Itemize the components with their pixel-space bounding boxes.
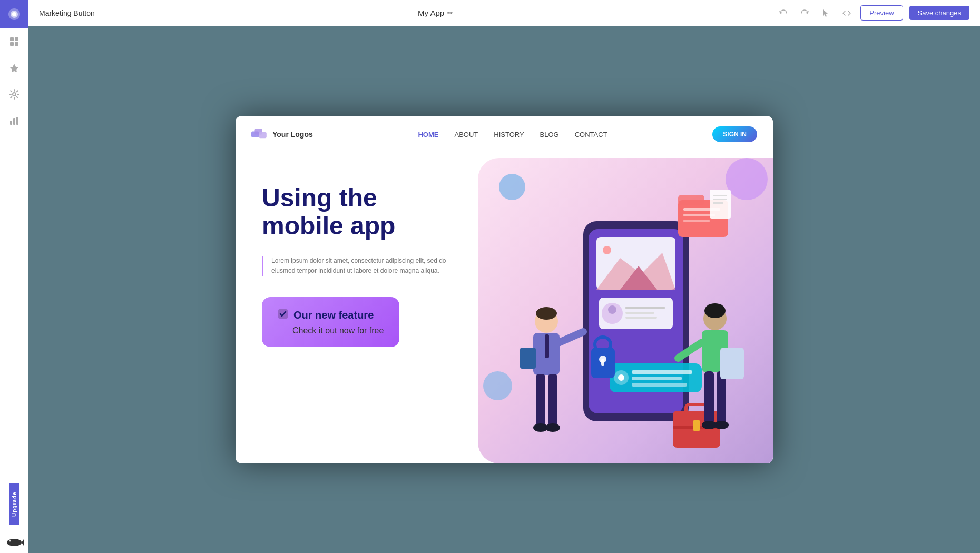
- svg-point-14: [9, 541, 11, 542]
- topbar: Marketing Button My App ✏: [28, 0, 980, 26]
- svg-rect-30: [625, 317, 657, 319]
- topbar-actions: Preview Save changes: [776, 5, 969, 21]
- frame-logo: Your Logos: [251, 129, 313, 140]
- app-logo[interactable]: [0, 0, 28, 28]
- svg-point-11: [7, 539, 22, 546]
- nav-blog[interactable]: BLOG: [540, 131, 559, 139]
- svg-marker-12: [22, 539, 24, 546]
- sidebar-bottom: Upgrade: [0, 483, 28, 553]
- sidebar: Upgrade: [0, 0, 28, 553]
- svg-rect-29: [625, 312, 654, 314]
- sidebar-item-pin[interactable]: [0, 55, 28, 81]
- save-button[interactable]: Save changes: [909, 6, 969, 20]
- cta-check-icon: [278, 309, 288, 322]
- svg-rect-39: [713, 202, 723, 204]
- svg-rect-28: [625, 307, 665, 309]
- signin-button[interactable]: SIGN IN: [712, 126, 757, 142]
- undo-button[interactable]: [776, 6, 791, 21]
- svg-rect-60: [548, 374, 557, 427]
- hero-illustration: [478, 153, 773, 463]
- frame-nav: HOME ABOUT HISTORY BLOG CONTACT: [313, 131, 713, 139]
- svg-rect-32: [678, 195, 704, 205]
- svg-point-71: [714, 421, 729, 429]
- svg-point-62: [545, 423, 560, 432]
- redo-button[interactable]: [797, 6, 812, 21]
- svg-point-42: [618, 374, 624, 381]
- cta-sub: Check it out now for free: [292, 326, 384, 335]
- svg-point-27: [608, 305, 616, 314]
- svg-rect-59: [536, 374, 545, 427]
- svg-rect-17: [259, 132, 266, 138]
- svg-rect-57: [545, 334, 549, 358]
- hero-body: Lorem ipsum dolor sit amet, consectetur …: [271, 256, 457, 276]
- svg-point-2: [12, 12, 16, 16]
- nav-contact[interactable]: CONTACT: [575, 131, 607, 139]
- svg-rect-72: [720, 348, 744, 379]
- svg-rect-35: [683, 220, 710, 222]
- svg-rect-44: [632, 377, 682, 380]
- sidebar-item-settings[interactable]: [0, 81, 28, 107]
- svg-rect-53: [693, 420, 700, 431]
- svg-point-65: [704, 303, 726, 318]
- preview-button[interactable]: Preview: [860, 5, 903, 21]
- svg-rect-10: [16, 117, 18, 125]
- svg-rect-3: [10, 37, 14, 41]
- svg-point-7: [13, 93, 16, 96]
- app-title: Marketing Button: [39, 9, 95, 17]
- app-name: My App: [418, 8, 444, 17]
- edit-icon[interactable]: ✏: [447, 9, 453, 17]
- svg-rect-68: [704, 371, 714, 424]
- svg-rect-4: [15, 37, 18, 41]
- hero-title: Using the mobile app: [262, 184, 457, 240]
- svg-point-24: [603, 246, 611, 254]
- svg-rect-51: [686, 404, 707, 415]
- svg-rect-37: [713, 195, 727, 196]
- svg-rect-38: [713, 199, 727, 200]
- nav-home[interactable]: HOME: [418, 131, 438, 139]
- main-content: Your Logos HOME ABOUT HISTORY BLOG CONTA…: [28, 26, 980, 553]
- sidebar-item-grid[interactable]: [0, 28, 28, 55]
- svg-rect-36: [710, 190, 731, 219]
- cta-headline: Our new feature: [293, 309, 374, 321]
- fish-icon: [0, 535, 28, 550]
- svg-rect-43: [632, 370, 692, 374]
- svg-rect-49: [601, 359, 604, 366]
- logo-text: Your Logos: [272, 130, 313, 139]
- upgrade-button[interactable]: Upgrade: [9, 483, 19, 525]
- nav-about[interactable]: ABOUT: [454, 131, 478, 139]
- svg-rect-6: [15, 42, 18, 46]
- svg-rect-9: [13, 118, 15, 125]
- svg-rect-8: [10, 121, 12, 125]
- cursor-icon[interactable]: [818, 6, 833, 21]
- hero-left: Using the mobile app Lorem ipsum dolor s…: [236, 153, 478, 463]
- frame-navbar: Your Logos HOME ABOUT HISTORY BLOG CONTA…: [236, 116, 773, 153]
- frame-hero: Using the mobile app Lorem ipsum dolor s…: [236, 153, 773, 463]
- svg-point-55: [536, 307, 557, 320]
- hero-quote-bar: Lorem ipsum dolor sit amet, consectetur …: [262, 256, 457, 276]
- cta-top: Our new feature: [278, 309, 384, 322]
- svg-rect-5: [10, 42, 14, 46]
- svg-rect-63: [520, 348, 536, 369]
- code-icon[interactable]: [839, 6, 854, 21]
- app-frame: Your Logos HOME ABOUT HISTORY BLOG CONTA…: [236, 116, 773, 463]
- svg-line-58: [560, 332, 583, 342]
- hero-right: [478, 153, 773, 463]
- topbar-center: My App ✏: [95, 8, 777, 17]
- svg-rect-45: [632, 383, 687, 387]
- nav-history[interactable]: HISTORY: [494, 131, 524, 139]
- hero-cta-button[interactable]: Our new feature Check it out now for fre…: [262, 297, 399, 347]
- sidebar-item-chart[interactable]: [0, 107, 28, 134]
